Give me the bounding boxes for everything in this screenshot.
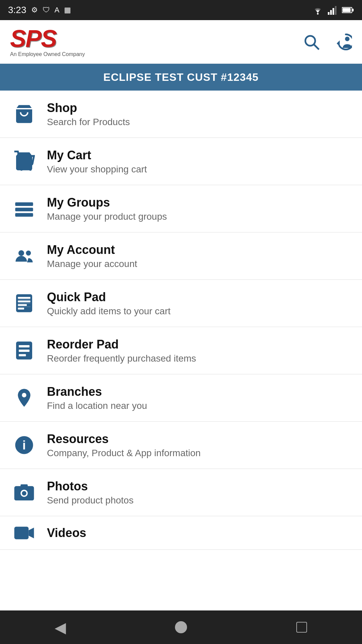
account-text: My Account Manage your account bbox=[47, 243, 137, 269]
font-icon: A bbox=[55, 6, 60, 14]
svg-point-0 bbox=[317, 13, 319, 15]
reorder-icon bbox=[13, 340, 35, 361]
videos-text: Videos bbox=[47, 526, 86, 540]
shop-subtitle: Search for Products bbox=[47, 117, 130, 127]
svg-rect-31 bbox=[19, 354, 26, 357]
quickpad-subtitle: Quickly add items to your cart bbox=[47, 306, 171, 317]
svg-rect-16 bbox=[15, 208, 33, 211]
home-button[interactable] bbox=[168, 614, 194, 641]
reorder-title: Reorder Pad bbox=[47, 337, 196, 352]
svg-rect-2 bbox=[330, 10, 332, 15]
photos-icon bbox=[13, 482, 35, 503]
shop-icon-container bbox=[11, 101, 38, 127]
svg-point-37 bbox=[22, 491, 26, 495]
svg-rect-38 bbox=[20, 484, 27, 487]
svg-rect-23 bbox=[18, 304, 27, 306]
cart-icon-container bbox=[11, 148, 38, 175]
svg-rect-3 bbox=[333, 8, 334, 15]
videos-icon-container bbox=[11, 520, 38, 546]
bottom-nav: ◀ bbox=[0, 610, 362, 644]
quickpad-title: Quick Pad bbox=[47, 290, 171, 304]
quickpad-icon bbox=[13, 292, 35, 314]
shop-icon bbox=[13, 103, 35, 125]
svg-marker-10 bbox=[337, 40, 340, 46]
svg-rect-24 bbox=[18, 308, 24, 309]
refresh-user-button[interactable] bbox=[330, 33, 352, 51]
svg-marker-40 bbox=[28, 528, 34, 538]
menu-item-photos[interactable]: Photos Send product photos bbox=[0, 469, 362, 516]
groups-icon-container bbox=[11, 195, 38, 222]
cart-subtitle: View your shopping cart bbox=[47, 164, 147, 175]
resources-icon: i bbox=[13, 434, 35, 456]
menu-item-videos[interactable]: Videos bbox=[0, 516, 362, 550]
reorder-text: Reorder Pad Reorder frequently purchased… bbox=[47, 337, 196, 364]
search-icon bbox=[302, 33, 320, 51]
menu-item-groups[interactable]: My Groups Manage your product groups bbox=[0, 185, 362, 232]
resources-text: Resources Company, Product & App informa… bbox=[47, 432, 201, 458]
svg-rect-17 bbox=[15, 213, 33, 217]
account-subtitle: Manage your account bbox=[47, 259, 137, 269]
branches-icon-container bbox=[11, 384, 38, 411]
svg-point-18 bbox=[18, 250, 24, 256]
svg-rect-30 bbox=[19, 350, 29, 352]
header-icons bbox=[302, 33, 352, 51]
cart-text: My Cart View your shopping cart bbox=[47, 148, 147, 174]
branches-text: Branches Find a location near you bbox=[47, 384, 147, 411]
battery-icon bbox=[342, 6, 354, 14]
menu-list: Shop Search for Products My Cart View yo… bbox=[0, 91, 362, 610]
svg-rect-29 bbox=[19, 345, 29, 347]
svg-rect-6 bbox=[343, 8, 351, 12]
settings-icon: ⚙ bbox=[31, 6, 38, 14]
svg-rect-21 bbox=[18, 297, 30, 299]
branches-subtitle: Find a location near you bbox=[47, 400, 147, 411]
svg-rect-15 bbox=[15, 202, 33, 206]
back-icon: ◀ bbox=[55, 619, 66, 636]
cart-icon bbox=[13, 151, 35, 172]
shop-title: Shop bbox=[47, 101, 130, 115]
videos-title: Videos bbox=[47, 526, 86, 540]
svg-text:i: i bbox=[22, 438, 26, 452]
logo-subtitle: An Employee Owned Company bbox=[10, 51, 85, 57]
photos-icon-container bbox=[11, 479, 38, 506]
wifi-icon bbox=[312, 5, 324, 15]
menu-item-quickpad[interactable]: Quick Pad Quickly add items to your cart bbox=[0, 280, 362, 327]
logo-container: SPS An Employee Owned Company bbox=[10, 26, 85, 57]
svg-point-14 bbox=[29, 168, 32, 171]
status-time: 3:23 bbox=[8, 5, 26, 15]
branches-title: Branches bbox=[47, 384, 147, 399]
account-icon bbox=[13, 245, 35, 267]
account-title: My Account bbox=[47, 243, 137, 257]
search-button[interactable] bbox=[302, 33, 320, 51]
customer-banner: ECLIPSE TEST CUST #12345 bbox=[0, 64, 362, 91]
photos-subtitle: Send product photos bbox=[47, 495, 133, 506]
refresh-user-icon bbox=[330, 33, 352, 51]
photos-text: Photos Send product photos bbox=[47, 479, 133, 505]
home-icon bbox=[175, 621, 187, 633]
menu-item-shop[interactable]: Shop Search for Products bbox=[0, 91, 362, 138]
menu-item-cart[interactable]: My Cart View your shopping cart bbox=[0, 138, 362, 185]
videos-icon bbox=[13, 522, 35, 544]
shop-text: Shop Search for Products bbox=[47, 101, 130, 127]
photos-title: Photos bbox=[47, 479, 133, 493]
status-bar: 3:23 ⚙ 🛡 A ▦ bbox=[0, 0, 362, 20]
app-header: SPS An Employee Owned Company bbox=[0, 20, 362, 64]
recent-button[interactable] bbox=[288, 614, 315, 641]
svg-rect-39 bbox=[14, 527, 29, 539]
svg-rect-4 bbox=[335, 6, 337, 15]
menu-item-account[interactable]: My Account Manage your account bbox=[0, 232, 362, 280]
svg-point-13 bbox=[20, 168, 23, 171]
branches-icon bbox=[13, 387, 35, 409]
menu-item-branches[interactable]: Branches Find a location near you bbox=[0, 374, 362, 422]
clipboard-icon: ▦ bbox=[64, 6, 71, 14]
signal-icon bbox=[328, 5, 338, 15]
customer-name: ECLIPSE TEST CUST #12345 bbox=[103, 71, 258, 84]
svg-rect-7 bbox=[352, 9, 354, 11]
menu-item-reorder[interactable]: Reorder Pad Reorder frequently purchased… bbox=[0, 327, 362, 374]
cart-title: My Cart bbox=[47, 148, 147, 162]
groups-icon bbox=[13, 198, 35, 219]
reorder-subtitle: Reorder frequently purchased items bbox=[47, 353, 196, 364]
menu-item-resources[interactable]: i Resources Company, Product & App infor… bbox=[0, 422, 362, 469]
sps-logo: SPS bbox=[10, 26, 56, 51]
back-button[interactable]: ◀ bbox=[47, 614, 74, 641]
svg-rect-22 bbox=[18, 301, 30, 302]
